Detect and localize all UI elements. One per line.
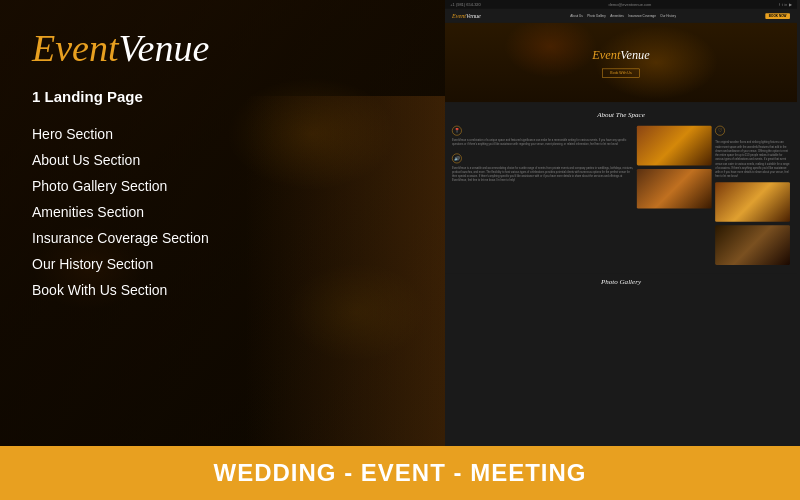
section-item-amenities[interactable]: Amenities Section [32,199,413,225]
bottom-banner: Wedding - Event - Meeting [0,446,800,500]
section-item-photo[interactable]: Photo Gallery Section [32,173,413,199]
about-text-1: EventVenue a combination of a unique spa… [452,138,633,146]
nav-link-insurance[interactable]: Insurance Coverage [628,14,656,17]
gallery-section-title: Photo Gallery [445,274,797,291]
section-item-hero[interactable]: Hero Section [32,121,413,147]
preview-nav-logo: EventVenue [452,12,481,19]
social-icons: f t in ▶ [779,2,792,6]
section-list: Hero Section About Us Section Photo Gall… [32,121,413,303]
facebook-icon: f [779,2,780,6]
right-panel: +1 (981) 654-320 demo@eventvenue.com f t… [445,0,800,446]
preview-about: About The Space 📍 EventVenue a combinati… [445,102,797,274]
about-text-2: The original wooden floors and striking … [715,141,790,179]
about-img-2 [637,169,712,209]
about-icon-row-2: ♡ [715,126,790,136]
preview-nav: EventVenue About Us Photo Gallery Amenit… [445,9,797,23]
nav-logo-event: Event [452,12,466,19]
logo-area: EventVenue [32,28,413,70]
about-title: About The Space [452,111,790,119]
nav-link-history[interactable]: Our History [660,14,676,17]
linkedin-icon: in [785,2,788,6]
about-col-2 [637,126,712,265]
about-img-1 [637,126,712,166]
left-content: EventVenue 1 Landing Page Hero Section A… [0,0,445,446]
bottom-banner-text: Wedding - Event - Meeting [214,459,587,487]
section-item-insurance[interactable]: Insurance Coverage Section [32,225,413,251]
logo-event: Event [32,27,119,69]
book-now-button[interactable]: BOOK NOW [765,13,790,19]
heart-icon: ♡ [715,126,725,136]
preview-hero: EventVenue Book With Us [445,23,797,102]
hero-logo-venue: Venue [620,47,649,61]
about-grid: 📍 EventVenue a combination of a unique s… [452,126,790,265]
about-img-3 [715,182,790,222]
about-col-1: 📍 EventVenue a combination of a unique s… [452,126,633,265]
youtube-icon: ▶ [789,2,792,6]
left-panel: EventVenue 1 Landing Page Hero Section A… [0,0,445,446]
preview-hero-logo: EventVenue [592,47,649,61]
preview-container: +1 (981) 654-320 demo@eventvenue.com f t… [445,0,797,291]
about-icon-row-1: 📍 [452,126,633,136]
section-item-book[interactable]: Book With Us Section [32,277,413,303]
preview-topbar: +1 (981) 654-320 demo@eventvenue.com f t… [445,0,797,9]
brand-logo: EventVenue [32,28,413,70]
about-icon-row-3: 🔊 [452,154,633,164]
section-item-about[interactable]: About Us Section [32,147,413,173]
section-item-history[interactable]: Our History Section [32,251,413,277]
about-col-3: ♡ The original wooden floors and strikin… [715,126,790,265]
twitter-icon: t [782,2,783,6]
nav-link-amenities[interactable]: Amenities [610,14,624,17]
hero-book-button[interactable]: Book With Us [602,68,640,77]
nav-link-about[interactable]: About Us [570,14,583,17]
landing-page-label: 1 Landing Page [32,88,413,105]
preview-nav-links: About Us Photo Gallery Amenities Insuran… [570,14,676,17]
nav-link-gallery[interactable]: Photo Gallery [587,14,606,17]
about-text-3: EventVenue is a versatile and accommodat… [452,166,633,183]
preview-email: demo@eventvenue.com [608,2,651,6]
about-img-4 [715,225,790,265]
sound-icon: 🔊 [452,154,462,164]
location-icon: 📍 [452,126,462,136]
hero-logo-event: Event [592,47,620,61]
logo-venue: Venue [119,27,210,69]
preview-phone: +1 (981) 654-320 [450,2,480,6]
nav-logo-venue: Venue [466,12,481,19]
